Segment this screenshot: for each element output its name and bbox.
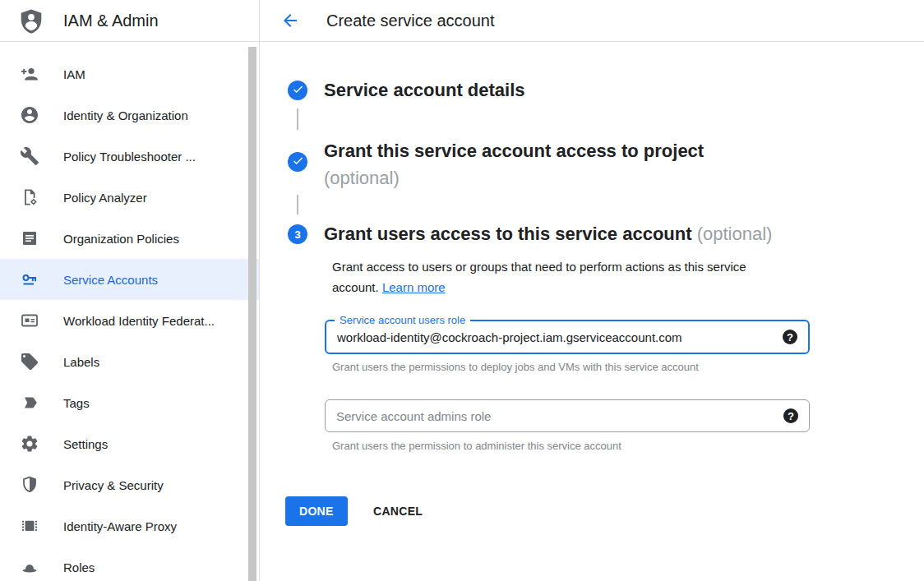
iam-admin-shield-icon <box>18 7 44 34</box>
person-add-icon <box>20 64 39 84</box>
users-role-input[interactable] <box>326 321 808 353</box>
sidebar-scrollbar[interactable] <box>248 47 256 581</box>
users-role-helper-text: Grant users the permissions to deploy jo… <box>332 361 699 373</box>
article-icon <box>20 228 39 248</box>
sidebar-item-iam[interactable]: IAM <box>0 53 259 95</box>
sidebar-item-settings[interactable]: Settings <box>0 423 259 464</box>
step-connector <box>297 195 298 214</box>
step2-title-text: Grant this service account access to pro… <box>324 141 704 161</box>
sidebar-item-label: IAM <box>63 67 85 81</box>
hat-icon <box>20 557 39 577</box>
sidebar-item-label: Privacy & Security <box>63 478 164 492</box>
gear-icon <box>20 434 39 454</box>
create-service-account-page: IAM & Admin Create service account IAMId… <box>0 0 924 581</box>
step3-optional-label: (optional) <box>697 224 773 244</box>
sidebar-item-policy-troubleshooter[interactable]: Policy Troubleshooter ... <box>0 136 259 177</box>
check-icon <box>292 154 304 170</box>
sidebar-item-roles[interactable]: Roles <box>0 546 259 581</box>
step-connector <box>297 108 298 130</box>
iap-icon <box>20 516 39 536</box>
help-icon[interactable]: ? <box>783 330 797 344</box>
cancel-button[interactable]: CANCEL <box>367 496 429 526</box>
shield-half-icon <box>20 475 39 495</box>
step3-title-text: Grant users access to this service accou… <box>324 224 692 244</box>
step3-number-indicator: 3 <box>288 224 307 244</box>
users-role-field-container: Service account users role ? <box>325 320 810 354</box>
wrench-icon <box>20 146 39 166</box>
step1-complete-indicator <box>288 81 307 100</box>
sidebar-item-label: Policy Analyzer <box>63 191 147 205</box>
tag-icon <box>20 393 39 413</box>
admins-role-field-container: ? <box>325 399 810 432</box>
sidebar-item-organization-policies[interactable]: Organization Policies <box>0 218 259 259</box>
page-title: Create service account <box>326 12 495 30</box>
sidebar-item-label: Organization Policies <box>63 232 179 246</box>
sidebar-item-identity-organization[interactable]: Identity & Organization <box>0 95 259 136</box>
top-bar: IAM & Admin Create service account <box>0 0 924 42</box>
sidebar-item-label: Policy Troubleshooter ... <box>63 150 196 164</box>
step3-number: 3 <box>294 228 300 241</box>
main-content: Service account details Grant this servi… <box>260 42 924 581</box>
step3-title: Grant users access to this service accou… <box>324 223 850 246</box>
label-icon <box>20 352 39 371</box>
back-button[interactable] <box>280 11 300 30</box>
sidebar-item-label: Tags <box>63 396 90 410</box>
step1-title: Service account details <box>324 79 525 102</box>
sidebar-item-label: Settings <box>63 437 108 451</box>
service-account-icon <box>20 270 39 289</box>
sidebar-item-label: Identity-Aware Proxy <box>63 519 177 533</box>
page-header: Create service account <box>260 0 924 41</box>
step3-description: Grant access to users or groups that nee… <box>332 256 794 297</box>
product-header: IAM & Admin <box>0 0 260 41</box>
step2-optional-label: (optional) <box>324 168 400 188</box>
admins-role-input[interactable] <box>326 400 809 431</box>
learn-more-link[interactable]: Learn more <box>382 280 446 294</box>
sidebar-item-label: Labels <box>63 355 99 369</box>
account-circle-icon <box>20 105 39 125</box>
check-icon <box>292 83 304 99</box>
sidebar-item-label: Workload Identity Federat... <box>63 314 215 328</box>
product-title: IAM & Admin <box>63 12 159 30</box>
sidebar-item-tags[interactable]: Tags <box>0 382 259 423</box>
help-icon[interactable]: ? <box>783 408 798 423</box>
sidebar-item-privacy-security[interactable]: Privacy & Security <box>0 464 259 505</box>
sidebar-nav: IAMIdentity & OrganizationPolicy Trouble… <box>0 42 260 581</box>
sidebar-item-label: Service Accounts <box>63 273 158 287</box>
done-button[interactable]: DONE <box>285 496 348 526</box>
sidebar-item-label: Roles <box>63 560 95 574</box>
card-icon <box>20 311 39 330</box>
step2-complete-indicator <box>288 152 307 172</box>
back-arrow-icon <box>280 11 300 30</box>
step2-title: Grant this service account access to pro… <box>324 137 784 191</box>
sidebar-item-label: Identity & Organization <box>63 108 188 122</box>
sidebar-item-workload-identity-federat[interactable]: Workload Identity Federat... <box>0 300 259 341</box>
sidebar-item-service-accounts[interactable]: Service Accounts <box>0 259 259 300</box>
policy-analyzer-icon <box>20 187 39 207</box>
sidebar-item-policy-analyzer[interactable]: Policy Analyzer <box>0 177 259 218</box>
sidebar-item-labels[interactable]: Labels <box>0 341 259 382</box>
admins-role-helper-text: Grant users the permission to administer… <box>332 440 621 452</box>
sidebar-item-identity-aware-proxy[interactable]: Identity-Aware Proxy <box>0 505 259 546</box>
